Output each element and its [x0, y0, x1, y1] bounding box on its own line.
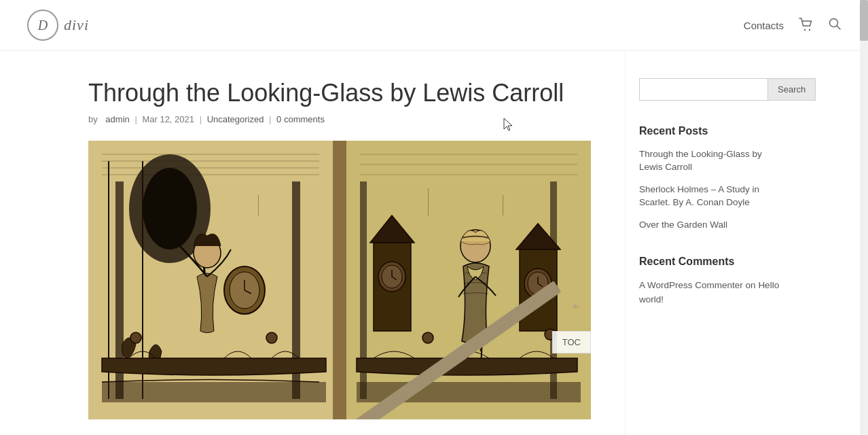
- logo-name: divi: [64, 16, 89, 34]
- main-nav: Contacts: [744, 18, 841, 33]
- logo-circle: D: [27, 10, 58, 41]
- svg-point-0: [804, 29, 806, 30]
- svg-rect-5: [333, 141, 346, 419]
- svg-rect-45: [177, 188, 177, 215]
- recent-comments-title: Recent Comments: [639, 256, 781, 268]
- scrollbar-track: [860, 0, 868, 435]
- recent-post-item-1[interactable]: Through the Looking-Glass by Lewis Carro…: [639, 148, 781, 174]
- recent-posts-title: Recent Posts: [639, 125, 781, 137]
- post-author[interactable]: admin: [105, 114, 129, 124]
- recent-post-item-3[interactable]: Over the Garden Wall: [639, 219, 781, 232]
- search-form: Search: [639, 78, 781, 101]
- post-category[interactable]: Uncategorized: [207, 114, 264, 124]
- header-search-icon[interactable]: [829, 18, 841, 33]
- comment-author[interactable]: A WordPress Commenter: [639, 280, 743, 290]
- toc-button[interactable]: TOC: [552, 331, 591, 353]
- logo-letter: D: [38, 18, 48, 33]
- search-button[interactable]: Search: [767, 78, 816, 101]
- svg-point-23: [266, 332, 277, 343]
- post-comments[interactable]: 0 comments: [276, 114, 325, 124]
- site-header: D divi Contacts: [0, 0, 868, 51]
- meta-separator-3: |: [200, 114, 204, 124]
- recent-posts-widget: Recent Posts Through the Looking-Glass b…: [639, 125, 781, 231]
- cart-icon[interactable]: [799, 18, 814, 33]
- recent-comments-widget: Recent Comments A WordPress Commenter on…: [639, 256, 781, 307]
- svg-rect-46: [180, 192, 181, 215]
- post-image: [88, 141, 591, 419]
- svg-line-3: [837, 26, 840, 29]
- comment-on: on: [746, 280, 756, 290]
- comment-entry-1: A WordPress Commenter on Hello world!: [639, 279, 781, 307]
- meta-separator-2: |: [134, 114, 139, 124]
- search-input[interactable]: [639, 78, 767, 101]
- svg-point-22: [130, 332, 141, 343]
- post-image-wrap: TOC: [88, 141, 591, 419]
- scrollbar-thumb[interactable]: [860, 0, 868, 41]
- svg-point-13: [143, 168, 197, 249]
- recent-post-item-2[interactable]: Sherlock Holmes – A Study in Scarlet. By…: [639, 184, 781, 209]
- post-title: Through the Looking-Glass by Lewis Carro…: [88, 78, 598, 107]
- meta-separator-4: |: [269, 114, 274, 124]
- svg-rect-49: [503, 195, 503, 215]
- page-wrapper: Through the Looking-Glass by Lewis Carro…: [0, 51, 868, 435]
- svg-point-41: [422, 332, 433, 343]
- main-content: Through the Looking-Glass by Lewis Carro…: [0, 51, 625, 435]
- post-meta: by admin | Mar 12, 2021 | Uncategorized …: [88, 114, 598, 124]
- site-logo[interactable]: D divi: [27, 10, 89, 41]
- sidebar: Search Recent Posts Through the Looking-…: [625, 51, 795, 435]
- svg-rect-21: [102, 382, 326, 402]
- svg-point-1: [809, 29, 810, 30]
- svg-rect-47: [258, 195, 259, 215]
- post-date: Mar 12, 2021: [142, 114, 194, 124]
- by-label: by: [88, 114, 98, 124]
- search-widget: Search: [639, 78, 781, 101]
- svg-rect-48: [428, 188, 429, 215]
- contacts-link[interactable]: Contacts: [744, 20, 784, 31]
